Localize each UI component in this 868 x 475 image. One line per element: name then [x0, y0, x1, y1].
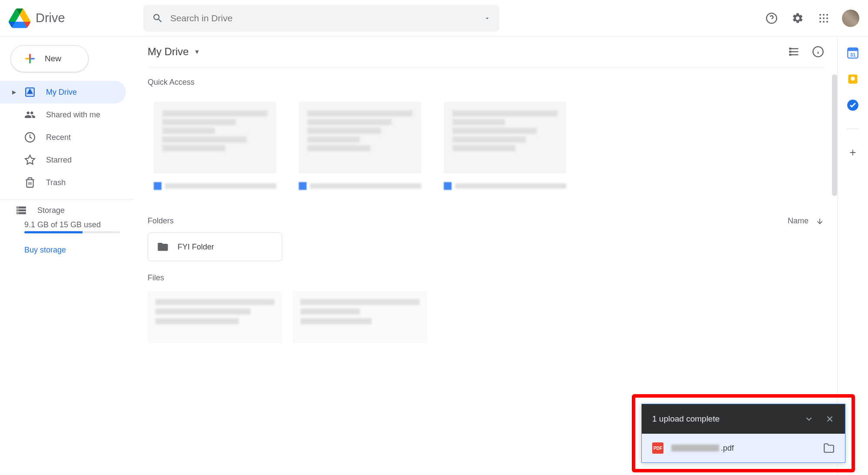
- search-bar[interactable]: [143, 5, 499, 32]
- tasks-app-icon[interactable]: [847, 99, 859, 111]
- chevron-right-icon[interactable]: ▶: [12, 89, 21, 95]
- svg-point-5: [823, 17, 825, 19]
- storage-section: Storage 9.1 GB of 15 GB used Buy storage: [0, 205, 135, 255]
- quick-access-title: Quick Access: [148, 78, 824, 87]
- apps-grid-icon: [818, 13, 829, 23]
- storage-icon: [16, 205, 27, 216]
- add-app-icon[interactable]: [847, 146, 859, 159]
- svg-point-4: [819, 17, 821, 19]
- svg-point-6: [826, 17, 828, 19]
- star-icon: [24, 154, 36, 166]
- quick-access-card[interactable]: [148, 96, 282, 204]
- file-item[interactable]: [293, 291, 427, 343]
- new-button-label: New: [45, 54, 61, 63]
- help-icon: [766, 12, 778, 24]
- chevron-down-icon[interactable]: [804, 414, 814, 424]
- quick-access-row: [148, 96, 824, 204]
- app-header: Drive: [0, 0, 868, 37]
- buy-storage-link[interactable]: Buy storage: [24, 246, 66, 255]
- breadcrumb[interactable]: My Drive ▼: [148, 46, 200, 58]
- annotation-highlight: 1 upload complete PDF .pdf: [632, 394, 855, 472]
- sidebar-item-label: Recent: [46, 133, 71, 142]
- help-button[interactable]: [764, 10, 779, 26]
- upload-filename: .pdf: [671, 444, 734, 453]
- main-header: My Drive ▼: [135, 37, 837, 67]
- storage-bar-fill: [24, 231, 83, 233]
- files-title: Files: [148, 273, 824, 282]
- account-avatar[interactable]: [842, 10, 859, 27]
- sidebar-item-label: Trash: [46, 178, 66, 187]
- my-drive-icon: [24, 86, 36, 98]
- app-name: Drive: [36, 11, 65, 25]
- sidebar-item-label: Shared with me: [46, 110, 100, 120]
- sort-label: Name: [788, 216, 809, 226]
- folder-icon: [157, 241, 169, 253]
- upload-toast-title: 1 upload complete: [652, 414, 719, 424]
- storage-label[interactable]: Storage: [37, 206, 65, 215]
- sort-control[interactable]: Name: [788, 216, 824, 226]
- shared-icon: [24, 109, 36, 120]
- upload-toast-item[interactable]: PDF .pdf: [642, 434, 845, 462]
- quick-access-card[interactable]: [293, 96, 427, 204]
- svg-point-3: [826, 14, 828, 16]
- drive-logo-icon: [9, 7, 30, 29]
- settings-button[interactable]: [790, 10, 805, 26]
- logo-section[interactable]: Drive: [9, 7, 143, 29]
- list-view-icon[interactable]: [788, 46, 800, 58]
- new-button[interactable]: New: [10, 45, 89, 72]
- sidebar-item-label: Starred: [46, 156, 72, 165]
- file-item[interactable]: [148, 291, 282, 343]
- sidebar-item-recent[interactable]: Recent: [0, 126, 126, 149]
- breadcrumb-label: My Drive: [148, 46, 189, 58]
- keep-app-icon[interactable]: [847, 73, 859, 85]
- sidebar-divider: [0, 199, 135, 199]
- sidebar: New ▶ My Drive Shared with me Recent Sta…: [0, 37, 135, 475]
- apps-button[interactable]: [816, 10, 832, 26]
- arrow-down-icon: [815, 217, 824, 226]
- svg-point-9: [826, 21, 828, 23]
- close-icon[interactable]: [825, 414, 835, 424]
- clock-icon: [24, 132, 36, 143]
- upload-toast-header: 1 upload complete: [642, 404, 845, 434]
- svg-point-16: [851, 76, 855, 80]
- pdf-icon: PDF: [652, 442, 663, 454]
- svg-point-8: [823, 21, 825, 23]
- folders-title: Folders: [148, 216, 174, 226]
- upload-toast: 1 upload complete PDF .pdf: [641, 404, 845, 463]
- quick-access-card[interactable]: [438, 96, 572, 204]
- search-icon: [152, 13, 163, 24]
- caret-down-icon: ▼: [194, 48, 200, 55]
- trash-icon: [24, 177, 36, 188]
- info-icon[interactable]: [812, 46, 824, 58]
- sidebar-item-my-drive[interactable]: ▶ My Drive: [0, 81, 126, 103]
- content-scroll[interactable]: Quick Access Folders Name FYI Folder Fil…: [135, 74, 837, 343]
- storage-bar: [24, 231, 120, 233]
- svg-point-1: [819, 14, 821, 16]
- caret-down-icon[interactable]: [484, 15, 491, 22]
- svg-point-7: [819, 21, 821, 23]
- scrollbar[interactable]: [832, 74, 837, 196]
- search-input[interactable]: [170, 13, 484, 23]
- header-actions: [764, 10, 859, 27]
- sidebar-item-starred[interactable]: Starred: [0, 149, 126, 171]
- sidebar-item-shared[interactable]: Shared with me: [0, 103, 126, 126]
- calendar-app-icon[interactable]: 31: [847, 47, 859, 59]
- folder-item[interactable]: FYI Folder: [148, 233, 282, 261]
- svg-rect-13: [848, 48, 858, 51]
- sidebar-item-trash[interactable]: Trash: [0, 171, 126, 194]
- svg-text:31: 31: [850, 52, 856, 57]
- gear-icon: [792, 12, 804, 24]
- storage-usage-text: 9.1 GB of 15 GB used: [24, 220, 135, 229]
- sidebar-item-label: My Drive: [46, 88, 77, 97]
- locate-folder-icon[interactable]: [823, 442, 835, 454]
- plus-icon: [23, 52, 37, 66]
- folder-name: FYI Folder: [178, 242, 214, 252]
- svg-point-2: [823, 14, 825, 16]
